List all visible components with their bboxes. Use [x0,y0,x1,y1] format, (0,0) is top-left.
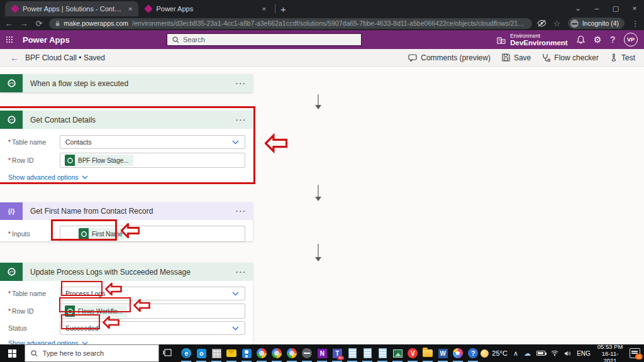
action-center-icon[interactable]: 11 [630,348,640,358]
battery-icon[interactable] [536,351,545,356]
volume-icon[interactable] [564,350,571,357]
chrome-profile-2-icon[interactable] [269,344,284,362]
comments-button[interactable]: Comments (preview) [408,53,491,62]
action-title: Update Process Logs with Succeeded Messa… [30,268,236,277]
comment-icon [408,54,417,62]
chrome-profile-1-icon[interactable] [254,344,269,362]
save-button[interactable]: Save [502,53,531,62]
card-menu-icon[interactable]: ··· [236,268,253,276]
wifi-icon[interactable] [551,350,558,356]
app-launcher-waffle-icon[interactable] [0,30,19,49]
explorer-icon[interactable] [420,344,435,362]
annotation-arrow-left [133,299,150,312]
dataverse-icon [0,263,23,281]
search-placeholder: Search [183,36,205,43]
edge-icon[interactable]: e [179,344,194,362]
search-icon [31,350,38,357]
chevron-down-icon [232,292,239,296]
people-icon[interactable] [239,344,254,362]
start-button[interactable] [0,344,25,362]
forward-icon[interactable]: → [19,19,29,28]
notepad-1-icon[interactable] [345,344,360,362]
incognito-badge: Incognito (4) [568,18,625,29]
language-indicator[interactable]: ENG [577,350,591,357]
browser-tab-active[interactable]: Power Apps | Solutions - Contact × [5,1,138,16]
photos-icon[interactable] [390,344,405,362]
environment-picker[interactable]: Environment DevEnvironment [497,33,567,47]
help-icon[interactable]: ? [610,35,615,45]
show-advanced-options-link[interactable]: Show advanced options [8,339,253,344]
bookmark-star-icon[interactable]: ☆ [552,19,562,28]
tab-close-icon[interactable]: × [260,5,267,13]
paint-icon[interactable] [450,344,465,362]
help-icon[interactable]: ? [465,344,480,362]
card-menu-icon[interactable]: ··· [236,207,253,215]
annotation-box-process-logs [61,281,103,296]
connector-arrow [318,185,319,200]
outlook-icon[interactable]: o [194,344,209,362]
tab-title: Power Apps [156,5,257,13]
onedrive-cloud-icon[interactable]: ☁ [524,349,531,358]
browser-menu-icon[interactable]: ⋮ [630,19,640,28]
action-title: Get First Name from Contact Record [30,207,236,216]
notepad-3-icon[interactable] [375,344,390,362]
vivaldi-icon[interactable]: V [405,344,420,362]
settings-gear-icon[interactable]: ⚙ [594,35,602,45]
flow-designer-canvas: When a flow step is executed ··· Get Con… [0,67,644,344]
test-button[interactable]: Test [610,53,635,62]
url-path: /environments/d3ecb835-23a1-4cc1-a8b7-a3… [132,19,526,27]
eye-blocked-icon[interactable] [537,19,547,27]
row-id-label: *Row ID [8,307,60,315]
lock-icon [55,20,60,27]
address-bar[interactable]: make.powerapps.com /environments/d3ecb83… [49,18,532,29]
card-menu-icon[interactable]: ··· [236,80,253,87]
user-avatar[interactable]: VP [624,33,638,47]
calendar-icon[interactable] [209,344,224,362]
teams-notification-badge: 9+ [337,356,344,360]
taskbar-search-input[interactable]: Type here to search [25,344,159,362]
window-maximize-button[interactable]: ▢ [606,4,625,13]
browser-tab-inactive[interactable]: Power Apps × [138,1,272,16]
annotation-arrow-left [265,133,287,153]
date: 16-11-2021 [596,350,624,362]
annotation-arrow-left [105,283,122,295]
window-close-button[interactable]: × [625,4,644,12]
tab-search-icon[interactable]: ⌄ [569,4,587,13]
onenote-icon[interactable]: N [314,344,330,362]
brand-title[interactable]: Power Apps [23,35,70,45]
notification-count-badge: 11 [635,354,643,359]
weather-sun-icon [480,349,489,358]
chevron-down-icon [232,326,239,331]
task-view-icon[interactable] [159,348,175,359]
trigger-card[interactable]: When a flow step is executed ··· [0,74,253,92]
annotation-arrow-left [103,316,119,329]
windows-taskbar: Type here to search eoNT9+VW? 25°C ∧ ☁ E… [0,344,644,362]
new-tab-button[interactable]: + [280,4,286,14]
mail-icon[interactable] [224,344,239,362]
tray-overflow-chevron-icon[interactable]: ∧ [513,349,518,358]
chrome-profile-3-icon[interactable] [284,344,299,362]
back-icon[interactable]: ← [4,19,14,28]
back-to-flow-icon[interactable]: ← [10,53,19,63]
flow-checker-button[interactable]: Flow checker [542,53,599,62]
taskbar-clock[interactable]: 05:53 PM 16-11-2021 [596,343,624,362]
word-icon[interactable]: W [435,344,450,362]
flow-command-bar: ← BPF Cloud Call • Saved Comments (previ… [0,49,644,67]
refresh-icon[interactable]: ⟳ [34,19,44,28]
notepad-2-icon[interactable] [360,344,375,362]
search-icon [172,36,179,43]
windows-logo-icon [8,349,16,358]
window-minimize-button[interactable]: – [587,4,606,12]
teams-icon[interactable]: T9+ [330,344,345,362]
dataverse-icon [0,74,23,92]
weather-widget[interactable]: 25°C [480,349,508,358]
tab-close-icon[interactable]: × [127,5,133,13]
notifications-bell-icon[interactable] [577,35,585,44]
chrome-incognito-icon[interactable] [299,344,314,362]
tab-title: Power Apps | Solutions - Contact [23,5,123,13]
global-search-input[interactable]: Search [167,33,362,46]
system-tray: 25°C ∧ ☁ ENG 05:53 PM 16-11-2021 11 [480,343,644,362]
incognito-icon [570,19,579,28]
taskbar-apps: eoNT9+VW? [179,344,480,362]
environment-icon [497,36,506,44]
